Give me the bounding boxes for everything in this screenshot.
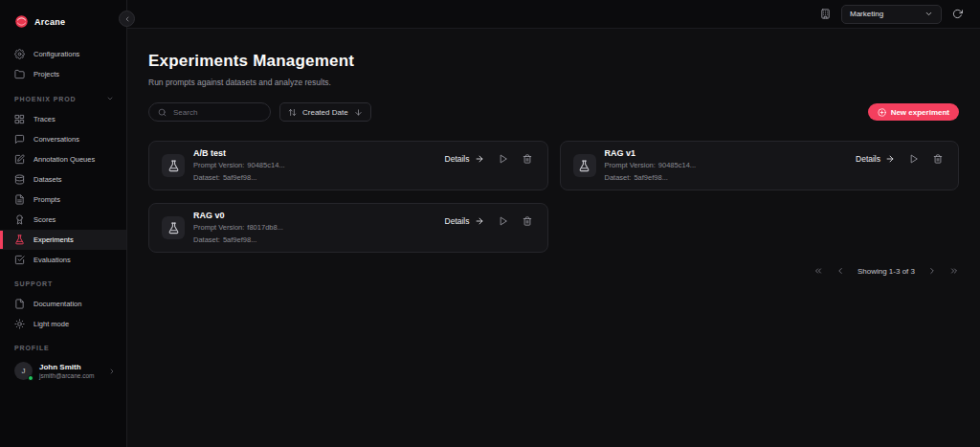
sidebar-item-datasets[interactable]: Datasets [0, 169, 126, 190]
sidebar-item-label: Projects [33, 70, 59, 78]
flask-icon [578, 160, 590, 172]
document-icon [14, 299, 25, 309]
profile-section: PROFILE J John Smith jsmith@arcane.com [0, 334, 126, 380]
prompt-version-value: f8017db8... [247, 223, 283, 232]
experiment-name: RAG v1 [605, 148, 848, 158]
sidebar-item-conversations[interactable]: Conversations [0, 129, 126, 149]
grid-icon [14, 114, 25, 124]
details-link[interactable]: Details [445, 216, 484, 226]
experiment-dataset: Dataset:5af9ef98... [605, 173, 848, 183]
chevron-down-icon[interactable] [106, 95, 114, 102]
chat-icon [14, 134, 25, 145]
experiment-name: RAG v0 [193, 211, 436, 220]
sidebar-item-documentation[interactable]: Documentation [0, 294, 126, 314]
sidebar-item-evaluations[interactable]: Evaluations [0, 250, 126, 270]
check-square-icon [14, 255, 25, 265]
logo: Arcane [0, 0, 126, 34]
experiment-card: RAG v1Prompt Version:90485c14...Dataset:… [560, 141, 960, 190]
sidebar-item-projects[interactable]: Projects [0, 64, 126, 84]
organization-icon [820, 9, 831, 19]
sidebar-collapse-button[interactable] [119, 11, 135, 27]
controls-row: Created Date New experiment [148, 102, 959, 122]
sidebar-item-annotation-queues[interactable]: Annotation Queues [0, 149, 126, 169]
sidebar-item-label: Traces [33, 115, 56, 123]
arrow-right-icon [885, 154, 895, 164]
prev-page-button[interactable] [835, 266, 845, 276]
workspace-select[interactable]: Marketing [841, 5, 942, 24]
sidebar-section-header: SUPPORT [0, 270, 126, 294]
search-icon [158, 108, 167, 117]
sidebar-section-header: PHOENIX PROD [0, 84, 126, 109]
arrow-right-icon [475, 154, 484, 164]
prompt-version-label: Prompt Version: [193, 223, 244, 232]
next-page-button[interactable] [927, 266, 937, 276]
experiment-icon-tile [162, 216, 185, 239]
refresh-button[interactable] [952, 9, 963, 19]
flask-icon [167, 160, 180, 172]
delete-experiment-icon[interactable] [523, 154, 532, 164]
sort-arrows-icon [288, 108, 297, 117]
arcane-logo-icon [14, 14, 29, 29]
dataset-value: 5af9ef98... [223, 173, 256, 182]
run-experiment-icon[interactable] [499, 216, 508, 226]
folder-icon [14, 69, 25, 79]
sidebar-item-label: Conversations [33, 135, 79, 144]
sidebar-item-label: Light mode [33, 320, 69, 328]
details-label: Details [445, 216, 470, 226]
details-link[interactable]: Details [856, 154, 895, 164]
delete-experiment-icon[interactable] [933, 154, 943, 164]
sidebar-item-label: Datasets [33, 175, 62, 184]
dataset-value: 5af9ef98... [634, 173, 667, 182]
sidebar-item-prompts[interactable]: Prompts [0, 190, 126, 210]
sidebar-item-traces[interactable]: Traces [0, 109, 126, 129]
sidebar-item-label: Evaluations [33, 256, 71, 264]
new-experiment-button[interactable]: New experiment [868, 103, 959, 121]
last-page-button[interactable] [949, 266, 959, 276]
sort-label: Created Date [302, 108, 348, 117]
pagination: Showing 1-3 of 3 [148, 266, 959, 276]
sort-button[interactable]: Created Date [279, 102, 371, 122]
app-root: Arcane ConfigurationsProjectsPHOENIX PRO… [0, 0, 980, 447]
search-input[interactable] [173, 108, 261, 117]
sidebar-item-experiments[interactable]: Experiments [0, 230, 126, 250]
sidebar-item-light-mode[interactable]: Light mode [0, 314, 126, 334]
experiment-name: A/B test [193, 148, 436, 158]
arrow-down-icon [354, 108, 363, 117]
dataset-label: Dataset: [193, 235, 220, 244]
dataset-label: Dataset: [605, 173, 632, 182]
prompt-version-label: Prompt Version: [605, 161, 656, 169]
pagination-label: Showing 1-3 of 3 [858, 267, 915, 276]
avatar-initial: J [22, 367, 26, 375]
sidebar-item-configurations[interactable]: Configurations [0, 44, 126, 64]
dataset-value: 5af9ef98... [223, 235, 256, 244]
experiment-card: A/B testPrompt Version:90485c14...Datase… [148, 141, 548, 190]
app-name: Arcane [34, 17, 65, 27]
database-icon [14, 174, 25, 185]
prompt-version-label: Prompt Version: [193, 161, 244, 169]
sidebar: Arcane ConfigurationsProjectsPHOENIX PRO… [0, 0, 127, 447]
arrow-right-icon [475, 216, 484, 226]
delete-experiment-icon[interactable] [523, 216, 532, 226]
sidebar-item-label: Experiments [33, 235, 74, 244]
plus-circle-icon [878, 108, 886, 117]
award-icon [14, 214, 25, 225]
experiment-card: RAG v0Prompt Version:f8017db8...Dataset:… [148, 203, 548, 253]
run-experiment-icon[interactable] [499, 154, 508, 164]
run-experiment-icon[interactable] [909, 154, 919, 164]
experiment-actions: Details [445, 154, 532, 164]
experiment-icon-tile [162, 154, 185, 177]
first-page-button[interactable] [813, 266, 823, 276]
sidebar-item-label: Prompts [33, 195, 60, 204]
sidebar-item-scores[interactable]: Scores [0, 210, 126, 230]
flask-icon [14, 235, 25, 245]
details-link[interactable]: Details [445, 154, 484, 164]
online-status-dot [28, 375, 33, 381]
experiment-info: RAG v0Prompt Version:f8017db8...Dataset:… [193, 211, 436, 245]
sidebar-item-label: Annotation Queues [33, 155, 95, 164]
chevron-down-icon [924, 10, 933, 18]
new-experiment-label: New experiment [891, 108, 949, 117]
profile-card[interactable]: J John Smith jsmith@arcane.com [0, 358, 126, 380]
sidebar-section-label: SUPPORT [14, 280, 53, 287]
details-label: Details [856, 154, 880, 164]
prompt-version-value: 90485c14... [658, 161, 696, 169]
